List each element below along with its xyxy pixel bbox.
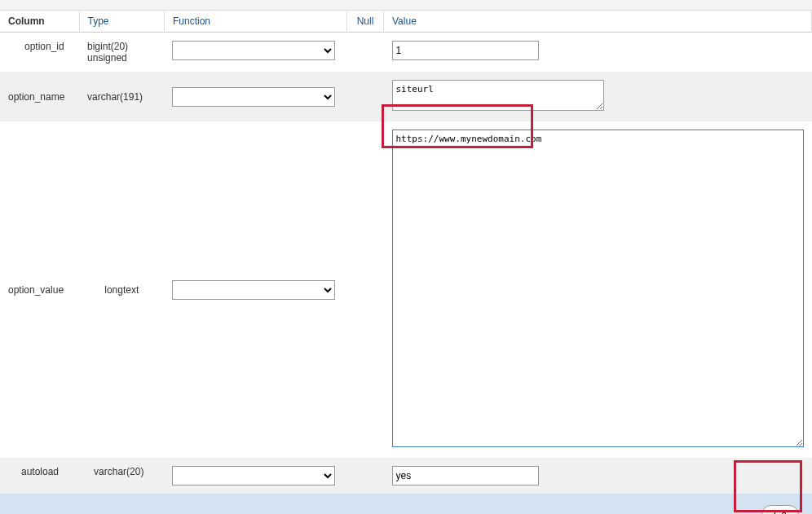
header-column[interactable]: Column <box>0 11 79 33</box>
table-row: option_id bigint(20) unsigned <box>0 33 812 72</box>
value-input[interactable] <box>392 466 539 485</box>
table-row: option_name varchar(191) siteurl <box>0 72 812 121</box>
header-function[interactable]: Function <box>164 11 346 33</box>
header-type[interactable]: Type <box>79 11 164 33</box>
column-name: option_name <box>0 72 79 121</box>
value-textarea[interactable]: https://www.mynewdomain.com <box>392 130 804 447</box>
header-null[interactable]: Null <box>346 11 383 33</box>
function-select[interactable] <box>172 280 335 300</box>
function-select[interactable] <box>172 87 335 107</box>
header-value[interactable]: Value <box>384 11 812 33</box>
column-type: varchar(20) <box>79 458 164 494</box>
edit-table: Column Type Function Null Value option_i… <box>0 11 812 494</box>
top-toolbar <box>0 0 812 11</box>
function-select[interactable] <box>172 41 335 60</box>
table-row: option_value longtext https://www.mynewd… <box>0 121 812 458</box>
column-type: longtext <box>79 121 164 458</box>
action-bar: Go <box>0 494 812 514</box>
value-textarea[interactable]: siteurl <box>392 80 604 111</box>
column-type: bigint(20) unsigned <box>79 33 164 72</box>
column-name: option_id <box>0 33 79 72</box>
function-select[interactable] <box>172 466 335 485</box>
column-name: autoload <box>0 458 79 494</box>
value-input[interactable] <box>392 41 539 60</box>
column-type: varchar(191) <box>79 72 164 121</box>
go-button[interactable]: Go <box>761 505 799 514</box>
column-name: option_value <box>0 121 79 458</box>
table-row: autoload varchar(20) <box>0 458 812 494</box>
